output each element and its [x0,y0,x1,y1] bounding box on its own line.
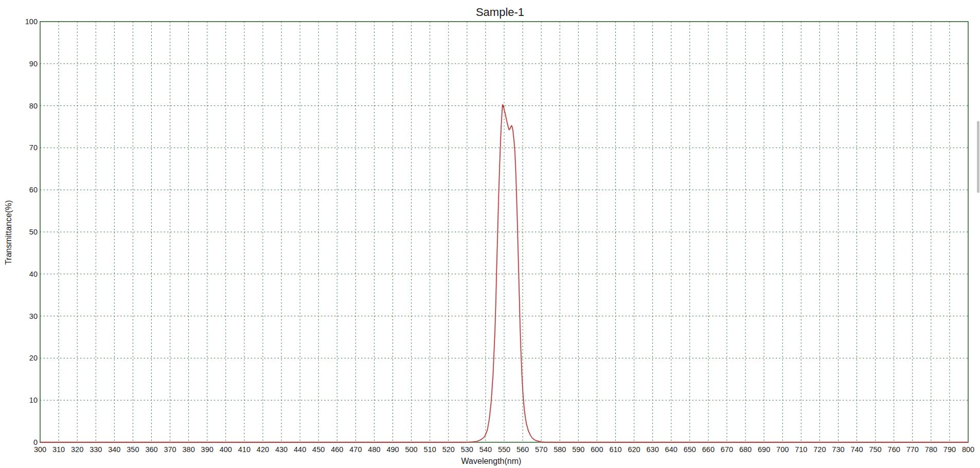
x-tick-label: 680 [739,445,752,454]
x-tick-label: 440 [294,445,306,454]
x-tick-label: 570 [535,445,547,454]
x-tick-label: 550 [498,445,510,454]
x-tick-label: 330 [90,445,102,454]
y-tick-label: 20 [29,354,38,362]
y-axis-tick-labels: 0102030405060708090100 [25,17,38,446]
x-tick-label: 760 [888,445,900,454]
x-tick-label: 460 [331,445,343,454]
x-tick-label: 320 [71,445,83,454]
plot-border [40,22,968,442]
x-tick-label: 400 [220,445,232,454]
x-tick-label: 350 [127,445,139,454]
x-tick-label: 610 [609,445,621,454]
x-tick-label: 790 [943,445,956,454]
x-tick-label: 640 [665,445,678,454]
y-tick-label: 80 [29,102,38,110]
y-tick-label: 90 [29,60,38,68]
y-axis-title: Transmittance(%) [4,200,13,265]
x-tick-label: 390 [201,445,213,454]
transmittance-spectrum-chart: 3003103203303403503603703803904004104204… [0,0,980,468]
chart-title: Sample-1 [476,6,524,19]
x-tick-label: 300 [34,445,46,454]
x-tick-label: 310 [52,445,65,454]
x-tick-label: 470 [349,445,362,454]
x-tick-label: 520 [442,445,455,454]
x-tick-label: 720 [813,445,826,454]
chart-canvas: 3003103203303403503603703803904004104204… [0,0,980,468]
x-tick-label: 380 [183,445,195,454]
y-tick-label: 0 [33,438,38,446]
y-tick-label: 50 [29,228,38,236]
x-tick-label: 530 [461,445,473,454]
x-tick-label: 670 [721,445,733,454]
x-tick-label: 780 [925,445,937,454]
x-tick-label: 410 [238,445,251,454]
x-tick-label: 630 [647,445,659,454]
x-tick-label: 750 [869,445,881,454]
x-tick-label: 490 [386,445,399,454]
x-tick-label: 480 [368,445,380,454]
x-tick-label: 600 [591,445,603,454]
x-tick-label: 450 [312,445,325,454]
x-tick-label: 740 [850,445,863,454]
x-tick-label: 420 [257,445,269,454]
x-tick-label: 560 [516,445,529,454]
x-axis-title: Wavelength(nm) [461,457,522,465]
x-tick-label: 770 [906,445,919,454]
x-axis-tick-labels: 3003103203303403503603703803904004104204… [34,445,974,454]
gridlines [40,22,968,442]
x-tick-label: 430 [275,445,288,454]
y-tick-label: 10 [29,396,38,404]
x-tick-label: 730 [832,445,844,454]
x-tick-label: 590 [572,445,584,454]
y-tick-label: 100 [25,17,38,26]
vertical-scrollbar-thumb[interactable] [977,121,979,193]
x-tick-label: 360 [145,445,157,454]
x-tick-label: 800 [962,445,974,454]
x-tick-label: 540 [479,445,492,454]
y-tick-label: 40 [29,270,38,278]
x-tick-label: 340 [108,445,120,454]
x-tick-label: 620 [628,445,640,454]
x-tick-label: 500 [405,445,417,454]
x-tick-label: 370 [164,445,176,454]
x-tick-label: 580 [554,445,566,454]
x-tick-label: 710 [795,445,807,454]
y-tick-label: 60 [29,186,38,194]
y-tick-label: 70 [29,143,38,152]
x-tick-label: 660 [702,445,715,454]
x-tick-label: 510 [424,445,436,454]
x-tick-label: 690 [758,445,770,454]
x-tick-label: 650 [684,445,696,454]
y-tick-label: 30 [29,312,38,320]
x-tick-label: 700 [776,445,789,454]
